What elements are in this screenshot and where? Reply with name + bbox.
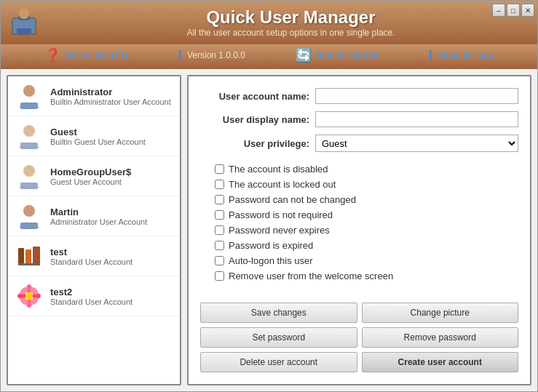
user-type-test: Standard User Account bbox=[50, 257, 173, 266]
checkbox-pwd-nochange[interactable] bbox=[215, 195, 224, 204]
user-name-test: test bbox=[50, 247, 173, 257]
user-item-test[interactable]: test Standard User Account bbox=[8, 236, 180, 276]
svg-point-2 bbox=[19, 9, 29, 19]
checkbox-account-disabled[interactable] bbox=[215, 164, 224, 174]
user-type-homegroupuser: Guest User Account bbox=[50, 177, 173, 186]
help-icon: ❓ bbox=[44, 47, 60, 63]
user-info-test: test Standard User Account bbox=[50, 247, 173, 266]
avatar-homegroupuser bbox=[15, 162, 43, 190]
svg-rect-7 bbox=[20, 143, 38, 149]
svg-point-4 bbox=[23, 85, 35, 97]
avatar-test bbox=[15, 242, 43, 270]
checkbox-label-locked: The account is locked out bbox=[229, 179, 336, 190]
svg-point-25 bbox=[25, 292, 33, 300]
user-item-guest[interactable]: Guest Builtin Guest User Account bbox=[8, 116, 180, 156]
user-info-administrator: Administrator Builtin Administrator User… bbox=[50, 87, 173, 106]
svg-rect-13 bbox=[25, 249, 31, 264]
checkbox-row-disabled: The account is disabled bbox=[215, 164, 518, 175]
svg-rect-11 bbox=[20, 223, 38, 229]
privilege-select[interactable]: Guest Standard Administrator bbox=[315, 135, 518, 152]
svg-rect-5 bbox=[20, 103, 38, 109]
main-content: Administrator Builtin Administrator User… bbox=[1, 69, 537, 391]
checkbox-pwd-expired[interactable] bbox=[215, 241, 224, 250]
change-picture-button[interactable]: Change picture bbox=[362, 303, 519, 323]
checkbox-remove-welcome[interactable] bbox=[215, 271, 224, 281]
remove-password-button[interactable]: Remove password bbox=[362, 327, 519, 348]
checkbox-label-remove-welcome: Remove user from the welcome screen bbox=[229, 271, 393, 281]
user-name-homegroupuser: HomeGroupUser$ bbox=[50, 167, 173, 177]
user-info-homegroupuser: HomeGroupUser$ Guest User Account bbox=[50, 167, 173, 186]
user-type-administrator: Builtin Administrator User Account bbox=[50, 97, 173, 106]
avatar-martin bbox=[15, 202, 43, 230]
avatar-test2 bbox=[15, 282, 43, 310]
user-item-test2[interactable]: test2 Standard User Account bbox=[8, 276, 180, 316]
version-label: Version 1.0.0.0 bbox=[187, 50, 245, 60]
avatar-guest bbox=[15, 122, 43, 150]
buttons-section: Save changes Change picture Set password… bbox=[200, 303, 518, 372]
checkbox-label-pwd-notrequired: Password is not required bbox=[229, 209, 333, 220]
svg-rect-3 bbox=[17, 28, 31, 34]
checkbox-label-autologon: Auto-logon this user bbox=[229, 255, 313, 266]
user-info-guest: Guest Builtin Guest User Account bbox=[50, 127, 173, 146]
online-help-link[interactable]: Online help (F1) bbox=[65, 50, 127, 60]
svg-point-8 bbox=[23, 165, 35, 177]
user-type-guest: Builtin Guest User Account bbox=[50, 137, 173, 146]
display-name-label: User display name: bbox=[200, 114, 309, 125]
checkbox-row-remove-welcome: Remove user from the welcome screen bbox=[215, 271, 518, 281]
right-panel: User account name: User display name: Us… bbox=[187, 75, 531, 385]
account-name-row: User account name: bbox=[200, 88, 518, 104]
user-item-homegroupuser[interactable]: HomeGroupUser$ Guest User Account bbox=[8, 156, 180, 196]
window-controls: – □ ✕ bbox=[492, 4, 534, 17]
display-name-row: User display name: bbox=[200, 111, 518, 127]
info-icon: ℹ bbox=[178, 47, 183, 63]
svg-rect-14 bbox=[33, 247, 40, 264]
minimize-button[interactable]: – bbox=[492, 4, 505, 17]
svg-rect-9 bbox=[20, 183, 38, 189]
app-title: Quick User Manager bbox=[50, 7, 531, 28]
checkbox-account-locked[interactable] bbox=[215, 180, 224, 189]
app-logo bbox=[7, 5, 41, 40]
svg-point-6 bbox=[23, 125, 35, 137]
user-info-martin: Martin Administrator User Account bbox=[50, 207, 173, 226]
user-name-test2: test2 bbox=[50, 287, 173, 297]
create-account-button[interactable]: Create user account bbox=[362, 352, 519, 372]
maximize-button[interactable]: □ bbox=[507, 4, 520, 17]
account-name-input[interactable] bbox=[315, 88, 518, 104]
user-name-guest: Guest bbox=[50, 127, 173, 137]
main-window: Quick User Manager All the user account … bbox=[0, 0, 538, 392]
account-name-label: User account name: bbox=[200, 91, 309, 102]
about-link[interactable]: About this app bbox=[438, 50, 494, 60]
display-name-input[interactable] bbox=[315, 111, 518, 127]
privilege-label: User privilege: bbox=[200, 138, 309, 149]
user-list-panel: Administrator Builtin Administrator User… bbox=[7, 75, 181, 385]
checkbox-pwd-neverexpires[interactable] bbox=[215, 225, 224, 235]
save-changes-button[interactable]: Save changes bbox=[200, 303, 357, 323]
checkbox-row-pwd-expired: Password is expired bbox=[215, 240, 518, 251]
app-subtitle: All the user account setup options in on… bbox=[50, 28, 531, 38]
checkbox-row-pwd-nochange: Password can not be changed bbox=[215, 194, 518, 205]
title-area: Quick User Manager All the user account … bbox=[50, 7, 531, 38]
svg-rect-12 bbox=[18, 248, 24, 264]
user-item-administrator[interactable]: Administrator Builtin Administrator User… bbox=[8, 76, 180, 116]
checkbox-label-pwd-nochange: Password can not be changed bbox=[229, 194, 356, 205]
toolbar: ❓ Online help (F1) ℹ Version 1.0.0.0 🔄 R… bbox=[1, 44, 537, 69]
refresh-list-link[interactable]: Refresh list (F5) bbox=[316, 50, 378, 60]
user-info-test2: test2 Standard User Account bbox=[50, 287, 173, 306]
user-name-administrator: Administrator bbox=[50, 87, 173, 97]
checkbox-autologon[interactable] bbox=[215, 256, 224, 265]
svg-point-10 bbox=[23, 205, 35, 217]
svg-rect-15 bbox=[18, 263, 40, 265]
checkbox-row-pwd-neverexpires: Password never expires bbox=[215, 225, 518, 236]
checkboxes-section: The account is disabled The account is l… bbox=[200, 164, 518, 281]
checkbox-row-locked: The account is locked out bbox=[215, 179, 518, 190]
user-item-martin[interactable]: Martin Administrator User Account bbox=[8, 196, 180, 236]
checkbox-row-autologon: Auto-logon this user bbox=[215, 255, 518, 266]
checkbox-pwd-notrequired[interactable] bbox=[215, 210, 224, 220]
set-password-button[interactable]: Set password bbox=[200, 327, 357, 348]
checkbox-label-pwd-neverexpires: Password never expires bbox=[229, 225, 330, 236]
user-name-martin: Martin bbox=[50, 207, 173, 217]
delete-account-button[interactable]: Delete user account bbox=[200, 352, 357, 372]
privilege-row: User privilege: Guest Standard Administr… bbox=[200, 135, 518, 152]
close-button[interactable]: ✕ bbox=[521, 4, 534, 17]
about-icon: ℹ bbox=[428, 47, 433, 63]
